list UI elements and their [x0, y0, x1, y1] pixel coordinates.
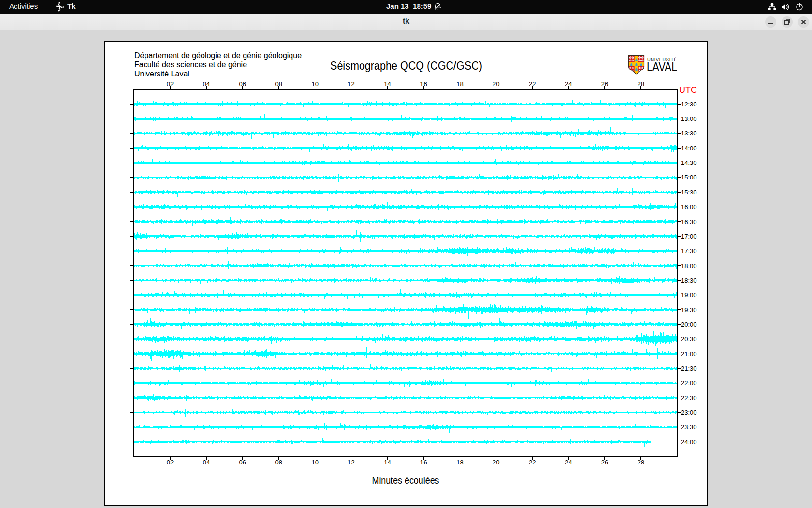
svg-text:28: 28 — [638, 80, 644, 88]
svg-text:06: 06 — [239, 80, 246, 88]
svg-text:23:00: 23:00 — [681, 409, 697, 416]
svg-text:16:30: 16:30 — [681, 218, 697, 225]
svg-text:28: 28 — [638, 459, 644, 466]
svg-text:24:00: 24:00 — [681, 438, 697, 446]
svg-text:10: 10 — [311, 459, 318, 466]
svg-text:16: 16 — [420, 80, 427, 88]
svg-text:10: 10 — [311, 80, 318, 88]
svg-text:17:00: 17:00 — [681, 233, 697, 240]
svg-text:22:30: 22:30 — [681, 394, 697, 402]
svg-text:19:30: 19:30 — [681, 306, 697, 314]
svg-text:04: 04 — [203, 459, 210, 466]
svg-text:20: 20 — [493, 459, 499, 466]
svg-text:06: 06 — [239, 459, 246, 466]
svg-text:18: 18 — [456, 459, 463, 466]
svg-text:LAVAL: LAVAL — [647, 60, 677, 74]
svg-text:20:00: 20:00 — [681, 321, 697, 328]
svg-text:26: 26 — [601, 80, 608, 88]
svg-text:14:00: 14:00 — [681, 145, 697, 152]
svg-text:12: 12 — [348, 80, 354, 88]
svg-text:18:30: 18:30 — [681, 277, 697, 284]
svg-text:02: 02 — [167, 459, 174, 466]
svg-text:16: 16 — [420, 459, 427, 466]
svg-text:21:00: 21:00 — [681, 350, 697, 358]
svg-text:23:30: 23:30 — [681, 423, 697, 431]
svg-text:Faculté des sciences et de gén: Faculté des sciences et de génie — [134, 60, 247, 69]
svg-text:12:30: 12:30 — [681, 101, 697, 108]
svg-text:14:30: 14:30 — [681, 159, 697, 166]
svg-text:16:00: 16:00 — [681, 203, 697, 210]
svg-text:04: 04 — [203, 80, 210, 88]
svg-text:13:30: 13:30 — [681, 130, 697, 137]
svg-text:22: 22 — [529, 80, 536, 88]
svg-text:24: 24 — [565, 459, 572, 466]
svg-text:17:30: 17:30 — [681, 247, 697, 254]
svg-text:19:00: 19:00 — [681, 291, 697, 299]
svg-text:UTC: UTC — [679, 85, 697, 95]
svg-text:02: 02 — [167, 80, 174, 88]
svg-text:15:30: 15:30 — [681, 189, 697, 196]
svg-text:08: 08 — [275, 459, 282, 466]
svg-text:20: 20 — [493, 80, 499, 88]
svg-text:18:00: 18:00 — [681, 262, 697, 269]
svg-text:20:30: 20:30 — [681, 335, 697, 343]
svg-text:Séismographe QCQ (CGC/GSC): Séismographe QCQ (CGC/GSC) — [330, 60, 482, 72]
svg-text:26: 26 — [601, 459, 608, 466]
svg-text:Département de géologie et de: Département de géologie et de génie géol… — [134, 51, 302, 60]
svg-text:Université Laval: Université Laval — [134, 70, 189, 78]
svg-text:18: 18 — [456, 80, 463, 88]
svg-text:22:00: 22:00 — [681, 379, 697, 387]
svg-text:21:30: 21:30 — [681, 365, 697, 372]
svg-text:14: 14 — [384, 459, 391, 466]
svg-text:12: 12 — [348, 459, 354, 466]
svg-text:Minutes écoulées: Minutes écoulées — [372, 475, 439, 486]
svg-text:08: 08 — [275, 80, 282, 88]
svg-text:22: 22 — [529, 459, 536, 466]
svg-text:14: 14 — [384, 80, 391, 88]
svg-text:24: 24 — [565, 80, 572, 88]
svg-text:15:00: 15:00 — [681, 174, 697, 181]
svg-text:13:00: 13:00 — [681, 115, 697, 122]
